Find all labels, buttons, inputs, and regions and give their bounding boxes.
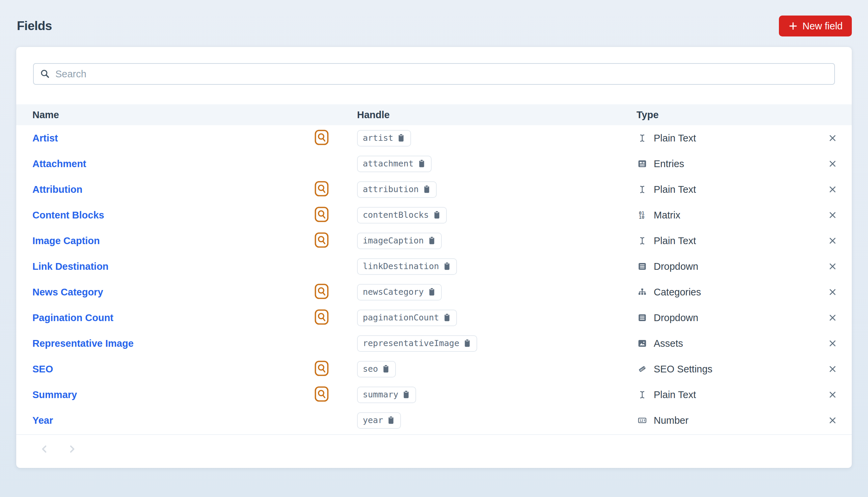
field-name-link[interactable]: SEO <box>32 364 53 374</box>
field-type-icon-slot <box>636 133 648 143</box>
text-cursor-icon <box>637 133 647 143</box>
handle-text: contentBlocks <box>363 210 429 220</box>
delete-field-button[interactable] <box>826 311 839 324</box>
handle-text: attachment <box>363 159 414 169</box>
field-type-label: Plain Text <box>654 235 696 246</box>
delete-field-button[interactable] <box>826 260 839 273</box>
search-input[interactable] <box>33 63 835 85</box>
delete-field-button[interactable] <box>826 414 839 427</box>
clipboard-icon <box>428 236 436 245</box>
field-type-label: Dropdown <box>654 312 698 324</box>
field-type-label: Categories <box>654 287 701 298</box>
delete-field-button[interactable] <box>826 234 839 247</box>
page-header: Fields New field <box>0 0 868 40</box>
handle-copy-button[interactable]: artist <box>357 130 411 146</box>
plus-icon <box>788 21 798 31</box>
field-name-link[interactable]: Link Destination <box>32 261 108 272</box>
field-name-link[interactable]: Summary <box>32 389 77 400</box>
search-icon <box>39 68 50 79</box>
column-header-handle[interactable]: Handle <box>357 109 636 120</box>
clipboard-icon <box>428 287 436 296</box>
handle-copy-button[interactable]: summary <box>357 387 416 403</box>
field-name-link[interactable]: News Category <box>32 287 103 297</box>
search-bar <box>33 63 835 85</box>
delete-field-button[interactable] <box>826 157 839 170</box>
field-type-icon-slot: SEO <box>636 364 648 374</box>
svg-text:12: 12 <box>639 419 643 422</box>
field-type-label: Plain Text <box>654 184 696 195</box>
field-type-label: SEO Settings <box>654 364 712 375</box>
table-row: Attachment attachment <box>16 151 852 176</box>
field-name-link[interactable]: Representative Image <box>32 338 134 349</box>
number-icon: 12 <box>637 415 647 425</box>
handle-text: artist <box>363 133 393 143</box>
field-type-label: Matrix <box>654 210 680 221</box>
new-field-button[interactable]: New field <box>779 16 852 37</box>
table-row: Summary summary <box>16 382 852 408</box>
handle-copy-button[interactable]: seo <box>357 361 396 378</box>
delete-field-button[interactable] <box>826 363 839 375</box>
clipboard-icon <box>443 313 451 322</box>
table-row: Attribution attribution <box>16 176 852 202</box>
handle-copy-button[interactable]: imageCaption <box>357 233 442 249</box>
table-row: News Category newsCategory <box>16 279 852 305</box>
pagination-prev-button[interactable] <box>38 442 51 456</box>
seo-icon: SEO <box>637 364 647 374</box>
table-row: Image Caption imageCaption <box>16 228 852 254</box>
clipboard-icon <box>418 159 426 168</box>
searchable-icon <box>315 309 329 325</box>
clipboard-icon <box>422 185 431 194</box>
column-header-type[interactable]: Type <box>636 109 823 120</box>
handle-copy-button[interactable]: attribution <box>357 181 437 198</box>
pagination <box>16 434 852 468</box>
svg-text:10: 10 <box>639 214 645 220</box>
handle-copy-button[interactable]: newsCategory <box>357 284 442 300</box>
column-header-name[interactable]: Name <box>32 109 315 120</box>
handle-copy-button[interactable]: paginationCount <box>357 310 457 326</box>
dropdown-icon <box>637 261 647 271</box>
handle-copy-button[interactable]: attachment <box>357 156 432 172</box>
delete-field-button[interactable] <box>826 132 839 144</box>
clipboard-icon <box>382 364 390 373</box>
text-cursor-icon <box>637 389 647 400</box>
table-row: Content Blocks contentBlocks <box>16 202 852 228</box>
fields-page: Fields New field Name Handle Typ <box>0 0 868 468</box>
field-type-icon-slot <box>636 338 648 349</box>
field-type-icon-slot <box>636 159 648 169</box>
delete-field-button[interactable] <box>826 183 839 196</box>
field-type-icon-slot <box>636 389 648 400</box>
handle-text: linkDestination <box>363 261 439 271</box>
field-name-link[interactable]: Pagination Count <box>32 312 113 323</box>
clipboard-icon <box>397 133 405 142</box>
handle-text: representativeImage <box>363 338 459 348</box>
pagination-next-button[interactable] <box>65 442 78 456</box>
text-cursor-icon <box>637 236 647 246</box>
field-name-link[interactable]: Content Blocks <box>32 210 104 221</box>
searchable-icon <box>315 232 329 248</box>
field-name-link[interactable]: Attribution <box>32 184 82 195</box>
delete-field-button[interactable] <box>826 388 839 401</box>
field-name-link[interactable]: Artist <box>32 133 58 143</box>
field-type-icon-slot <box>636 261 648 271</box>
table-row: SEO seo <box>16 356 852 382</box>
delete-field-button[interactable] <box>826 209 839 222</box>
handle-copy-button[interactable]: linkDestination <box>357 258 457 275</box>
table-row: Representative Image representativeImage <box>16 330 852 356</box>
delete-field-button[interactable] <box>826 337 839 350</box>
delete-field-button[interactable] <box>826 286 839 298</box>
table-body: Artist artist <box>16 125 852 433</box>
entries-icon <box>637 159 647 169</box>
handle-text: attribution <box>363 184 419 194</box>
field-name-link[interactable]: Image Caption <box>32 235 100 246</box>
handle-copy-button[interactable]: contentBlocks <box>357 207 447 224</box>
field-type-icon-slot <box>636 287 648 297</box>
field-type-icon-slot <box>636 184 648 195</box>
field-type-icon-slot: 12 <box>636 415 648 425</box>
clipboard-icon <box>463 339 472 348</box>
handle-text: summary <box>363 389 398 399</box>
field-name-link[interactable]: Year <box>32 415 53 426</box>
field-name-link[interactable]: Attachment <box>32 158 86 169</box>
handle-copy-button[interactable]: year <box>357 412 401 429</box>
handle-copy-button[interactable]: representativeImage <box>357 335 477 352</box>
field-type-label: Number <box>654 415 689 426</box>
